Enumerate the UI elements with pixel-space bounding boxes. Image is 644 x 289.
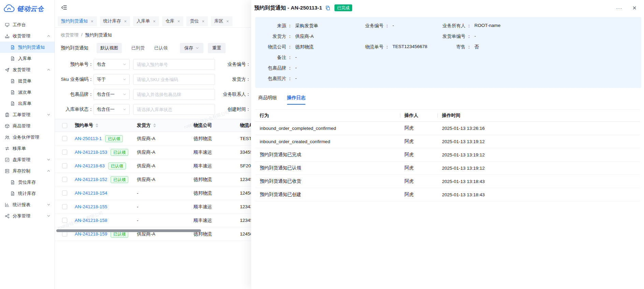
- sidebar-group-share[interactable]: 分享管理: [0, 210, 55, 222]
- view-claimed[interactable]: 已认领: [154, 45, 168, 51]
- shipper-cell: 供应商-A: [133, 136, 189, 142]
- chevron-down-icon: [123, 63, 126, 66]
- log-column-operator: 操作人: [400, 110, 438, 121]
- sidebar-item-wave-order[interactable]: 波次单: [0, 87, 55, 98]
- sort-icons[interactable]: [153, 123, 156, 127]
- order-link[interactable]: AN-241218-155: [75, 204, 107, 209]
- sidebar-item-label: 预约到货通知: [18, 44, 51, 50]
- row-checkbox[interactable]: [62, 191, 67, 196]
- breadcrumb-parent[interactable]: 收货管理: [61, 32, 78, 38]
- tab-zone[interactable]: 库区 ×: [211, 16, 232, 26]
- info-label: 发货单编号 ：: [437, 33, 471, 40]
- sidebar-group-shipping[interactable]: 发货管理: [0, 64, 55, 75]
- copy-icon[interactable]: [325, 5, 330, 11]
- close-icon[interactable]: ×: [226, 19, 229, 24]
- chevron-down-icon: [123, 78, 126, 81]
- horizontal-scrollbar[interactable]: [56, 229, 201, 232]
- info-label: 业务所有人 ：: [437, 23, 471, 29]
- sidebar-group-inventory-control[interactable]: 库存控制: [0, 165, 55, 177]
- order-link[interactable]: AN-241218-158: [75, 218, 107, 223]
- tab-label: 库区: [214, 18, 223, 24]
- row-checkbox[interactable]: [62, 177, 67, 182]
- sidebar-group-stocktake[interactable]: 盘库管理: [0, 154, 55, 165]
- sidebar-item-label: 提货单: [18, 78, 51, 84]
- close-icon[interactable]: ×: [202, 19, 204, 24]
- filter-label: 预约单号：: [61, 61, 93, 67]
- sidebar-item-arrival-notice[interactable]: 预约到货通知: [0, 42, 55, 53]
- order-link[interactable]: AN-241218-152: [75, 177, 107, 182]
- inbound-status-input[interactable]: [133, 104, 215, 115]
- info-label: 物流单号 ：: [355, 44, 389, 50]
- tab-label: 预约到货通知: [61, 18, 88, 24]
- sidebar-group-report[interactable]: 统计报表: [0, 199, 55, 210]
- sidebar-item-stat-stock[interactable]: 统计库存: [0, 188, 55, 199]
- tab-operation-log[interactable]: 操作日志: [287, 95, 305, 105]
- stocktake-icon: [5, 157, 10, 162]
- shipper-cell: -: [133, 191, 189, 196]
- sidebar-item-partner[interactable]: 业务伙伴管理: [0, 132, 55, 143]
- close-icon[interactable]: ×: [632, 4, 636, 11]
- close-icon[interactable]: ×: [177, 19, 180, 24]
- close-icon[interactable]: ×: [153, 19, 156, 24]
- row-checkbox[interactable]: [62, 163, 67, 168]
- tab-product-detail[interactable]: 商品明细: [258, 95, 277, 105]
- sidebar-item-workbench[interactable]: 工作台: [0, 19, 55, 30]
- sidebar-item-location-stock[interactable]: 货位库存: [0, 177, 55, 188]
- filter-operator-select[interactable]: 包含任一: [94, 104, 130, 115]
- package-brand-input[interactable]: [133, 89, 215, 100]
- location-stock-icon: [10, 180, 15, 185]
- filter-operator-select[interactable]: 包含: [94, 59, 130, 70]
- sidebar-item-label: 出库单: [18, 101, 51, 107]
- sku-code-input[interactable]: [133, 74, 215, 85]
- order-link[interactable]: AN-241218-154: [75, 191, 107, 196]
- row-checkbox[interactable]: [62, 231, 67, 237]
- column-header-shipper[interactable]: 发货方: [133, 122, 189, 128]
- workbench-icon: [5, 22, 10, 27]
- sidebar-item-transfer-order[interactable]: 移库单: [0, 143, 55, 154]
- column-header-order-no[interactable]: 预约单号: [71, 122, 133, 128]
- sidebar-group-receiving[interactable]: 收货管理: [0, 30, 55, 42]
- sidebar-item-label: 盘库管理: [13, 157, 44, 163]
- more-icon[interactable]: ···: [616, 5, 622, 11]
- sidebar-item-outbound-order[interactable]: 出库单: [0, 98, 55, 109]
- tab-location[interactable]: 货位 ×: [186, 16, 208, 26]
- order-link[interactable]: AN-241218-159: [75, 231, 107, 237]
- order-no-input[interactable]: [133, 59, 215, 70]
- reset-button[interactable]: 重置: [208, 43, 226, 53]
- select-all-checkbox[interactable]: [62, 123, 67, 128]
- tab-stat-stock[interactable]: 统计库存 ×: [100, 16, 130, 26]
- row-checkbox[interactable]: [62, 218, 67, 223]
- menu-fold-icon[interactable]: [61, 4, 67, 11]
- row-checkbox[interactable]: [62, 204, 67, 209]
- order-link[interactable]: AN-250113-1: [75, 136, 102, 141]
- logistics-cell: 德邦物流: [189, 136, 236, 142]
- log-operator: 阿虎: [400, 162, 438, 174]
- filter-operator-select[interactable]: 包含任一: [94, 89, 130, 100]
- view-default[interactable]: 默认视图: [97, 43, 122, 53]
- sidebar-group-workorder[interactable]: 工单管理: [0, 109, 55, 120]
- close-icon[interactable]: ×: [91, 19, 94, 24]
- report-icon: [5, 202, 10, 207]
- tab-inbound-order[interactable]: 入库单 ×: [133, 16, 159, 26]
- log-operator: 阿虎: [400, 188, 438, 201]
- logistics-cell: 顺丰速运: [189, 149, 236, 155]
- sort-icons[interactable]: [96, 123, 98, 127]
- log-time: 2025-01-13 13:19:12: [438, 162, 640, 174]
- order-link[interactable]: AN-241218-153: [75, 150, 107, 155]
- order-link[interactable]: AN-241218-63: [75, 163, 105, 168]
- row-checkbox[interactable]: [62, 136, 67, 141]
- tab-warehouse[interactable]: 仓库 ×: [162, 16, 184, 26]
- log-column-action: 行为: [255, 110, 400, 121]
- view-arrived[interactable]: 已到货: [131, 45, 145, 51]
- info-value: -: [295, 55, 297, 60]
- row-checkbox[interactable]: [62, 150, 67, 155]
- sidebar-item-pickup-order[interactable]: 提货单: [0, 75, 55, 87]
- close-icon[interactable]: ×: [124, 19, 127, 24]
- sidebar-item-label: 统计报表: [13, 202, 44, 208]
- sidebar-item-product[interactable]: 商品管理: [0, 120, 55, 132]
- tab-arrival-notice[interactable]: 预约到货通知 ×: [58, 16, 97, 26]
- sidebar-item-label: 货位库存: [18, 179, 51, 185]
- sidebar-item-inbound-order[interactable]: 入库单: [0, 53, 55, 64]
- save-button[interactable]: 保存: [180, 43, 203, 53]
- filter-operator-select[interactable]: 等于: [94, 74, 130, 85]
